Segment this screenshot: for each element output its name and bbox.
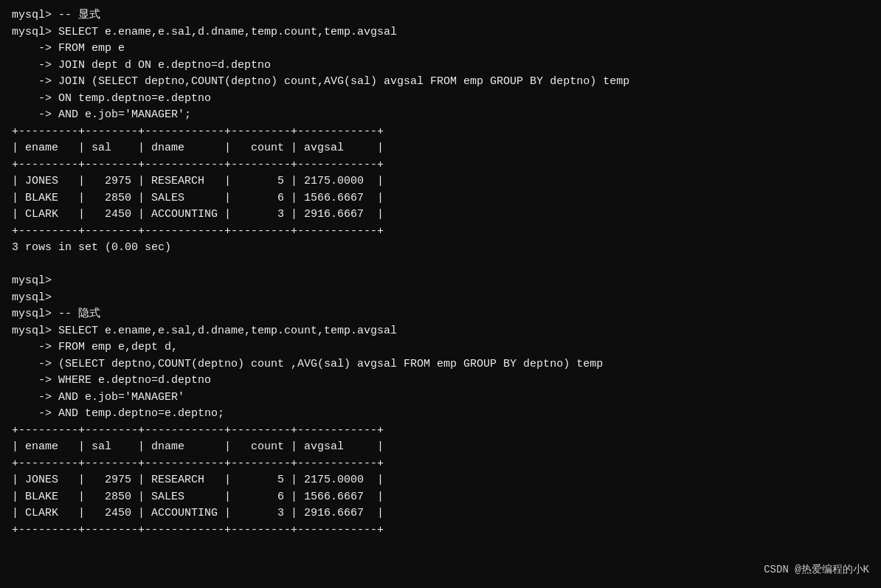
prompt-prefix: mysql> (12, 9, 52, 21)
prompt-content: JOIN dept d ON e.deptno=d.deptno (52, 59, 271, 72)
prompt-prefix: mysql> (12, 308, 52, 320)
terminal-line-10: | JONES | 2975 | RESEARCH | 5 | 2175.000… (12, 173, 869, 190)
terminal-line-3: -> JOIN dept d ON e.deptno=d.deptno (12, 58, 869, 75)
terminal-line-5: -> ON temp.deptno=e.deptno (12, 91, 869, 108)
terminal-line-30: | CLARK | 2450 | ACCOUNTING | 3 | 2916.6… (12, 505, 869, 522)
prompt-content: -- 隐式 (52, 308, 100, 320)
terminal-line-12: | CLARK | 2450 | ACCOUNTING | 3 | 2916.6… (12, 207, 869, 224)
prompt-prefix: mysql> (12, 26, 52, 38)
prompt-prefix: -> (12, 75, 52, 88)
terminal-line-1: mysql> SELECT e.ename,e.sal,d.dname,temp… (12, 24, 869, 41)
prompt-prefix: mysql> (12, 291, 52, 304)
prompt-prefix: mysql> (12, 325, 52, 337)
prompt-content: JOIN (SELECT deptno,COUNT(deptno) count,… (52, 75, 629, 88)
terminal-line-26: | ename | sal | dname | count | avgsal | (12, 439, 869, 456)
terminal-line-25: +---------+--------+------------+-------… (12, 423, 869, 440)
watermark: CSDN @热爱编程的小K (764, 562, 869, 578)
terminal-line-18: mysql> -- 隐式 (12, 306, 869, 323)
terminal-line-31: +---------+--------+------------+-------… (12, 522, 869, 539)
prompt-prefix: -> (12, 374, 52, 387)
terminal-line-4: -> JOIN (SELECT deptno,COUNT(deptno) cou… (12, 74, 869, 91)
prompt-prefix: -> (12, 108, 52, 121)
prompt-prefix: -> (12, 59, 52, 72)
terminal-line-23: -> AND e.job='MANAGER' (12, 390, 869, 407)
terminal-line-13: +---------+--------+------------+-------… (12, 224, 869, 241)
terminal-line-7: +---------+--------+------------+-------… (12, 124, 869, 141)
prompt-content: AND temp.deptno=e.deptno; (52, 407, 224, 420)
terminal-line-21: -> (SELECT deptno,COUNT(deptno) count ,A… (12, 356, 869, 373)
terminal-line-15 (12, 257, 869, 274)
prompt-content: -- 显式 (52, 9, 100, 21)
terminal-line-0: mysql> -- 显式 (12, 7, 869, 24)
prompt-prefix: -> (12, 407, 52, 420)
prompt-content: FROM emp e,dept d, (52, 341, 178, 353)
prompt-prefix: mysql> (12, 274, 52, 287)
terminal-line-9: +---------+--------+------------+-------… (12, 157, 869, 174)
terminal-line-19: mysql> SELECT e.ename,e.sal,d.dname,temp… (12, 323, 869, 340)
terminal-line-8: | ename | sal | dname | count | avgsal | (12, 140, 869, 157)
terminal-line-2: -> FROM emp e (12, 41, 869, 58)
terminal-output: mysql> -- 显式mysql> SELECT e.ename,e.sal,… (12, 7, 869, 539)
terminal-line-16: mysql> (12, 273, 869, 290)
terminal-line-22: -> WHERE e.deptno=d.deptno (12, 373, 869, 390)
prompt-content: SELECT e.ename,e.sal,d.dname,temp.count,… (52, 26, 397, 38)
prompt-content: SELECT e.ename,e.sal,d.dname,temp.count,… (52, 325, 397, 337)
prompt-prefix: -> (12, 42, 52, 55)
prompt-content: ON temp.deptno=e.deptno (52, 92, 211, 105)
terminal-line-24: -> AND temp.deptno=e.deptno; (12, 406, 869, 423)
prompt-content: AND e.job='MANAGER'; (52, 108, 191, 121)
prompt-content: (SELECT deptno,COUNT(deptno) count ,AVG(… (52, 358, 603, 370)
terminal-line-27: +---------+--------+------------+-------… (12, 456, 869, 473)
terminal-line-17: mysql> (12, 290, 869, 307)
terminal-line-29: | BLAKE | 2850 | SALES | 6 | 1566.6667 | (12, 489, 869, 506)
terminal-line-20: -> FROM emp e,dept d, (12, 339, 869, 356)
prompt-prefix: -> (12, 341, 52, 353)
prompt-prefix: -> (12, 358, 52, 370)
prompt-content: FROM emp e (52, 42, 125, 55)
prompt-content: WHERE e.deptno=d.deptno (52, 374, 211, 387)
prompt-prefix: -> (12, 391, 52, 404)
prompt-prefix: -> (12, 92, 52, 105)
terminal-line-14: 3 rows in set (0.00 sec) (12, 240, 869, 257)
prompt-content: AND e.job='MANAGER' (52, 391, 184, 404)
terminal-line-28: | JONES | 2975 | RESEARCH | 5 | 2175.000… (12, 472, 869, 489)
terminal-line-11: | BLAKE | 2850 | SALES | 6 | 1566.6667 | (12, 190, 869, 207)
terminal-line-6: -> AND e.job='MANAGER'; (12, 107, 869, 124)
